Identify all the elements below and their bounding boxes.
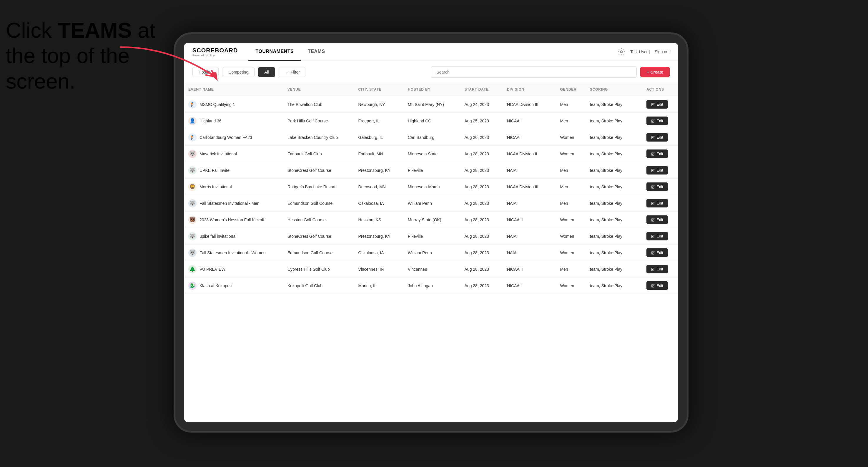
scoring-cell: team, Stroke Play	[586, 146, 643, 162]
scoring-cell: team, Stroke Play	[586, 113, 643, 129]
start-date-cell: Aug 28, 2023	[461, 261, 503, 278]
event-name: Fall Statesmen Invitational - Men	[199, 201, 259, 206]
event-name: MSMC Qualifying 1	[199, 102, 235, 107]
edit-icon	[651, 268, 655, 271]
scoring-cell: team, Stroke Play	[586, 278, 643, 294]
hosted-by-cell: Mt. Saint Mary (NY)	[404, 96, 461, 113]
edit-btn[interactable]: Edit	[646, 117, 668, 125]
team-icon: 🌲	[188, 265, 196, 273]
team-icon: 🐻	[188, 216, 196, 224]
edit-icon	[651, 168, 655, 172]
gender-cell: Women	[556, 245, 586, 261]
division-cell: NICAA II	[503, 261, 556, 278]
start-date-cell: Aug 26, 2023	[461, 129, 503, 146]
svg-marker-0	[209, 72, 218, 81]
city-state-cell: Galesburg, IL	[354, 129, 404, 146]
hosted-by-cell: Murray State (OK)	[404, 212, 461, 228]
edit-btn[interactable]: Edit	[646, 199, 668, 208]
table-row: 🐉 Klash at Kokopelli Kokopelli Golf Club…	[184, 278, 678, 294]
scoring-cell: team, Stroke Play	[586, 162, 643, 179]
actions-cell: Edit	[642, 278, 678, 294]
hosted-by-cell: William Penn	[404, 195, 461, 212]
gender-cell: Women	[556, 146, 586, 162]
event-name-cell: 🐺 upike fall invitational	[184, 228, 283, 245]
team-icon: 🐺	[188, 232, 196, 241]
venue-cell: Cypress Hills Golf Club	[283, 261, 354, 278]
scoring-cell: team, Stroke Play	[586, 212, 643, 228]
hosted-by-cell: Minnesota-Morris	[404, 179, 461, 195]
gender-cell: Women	[556, 129, 586, 146]
edit-icon	[651, 119, 655, 123]
venue-cell: Edmundson Golf Course	[283, 245, 354, 261]
table-row: 🏌 MSMC Qualifying 1 The Powelton Club Ne…	[184, 96, 678, 113]
col-city-state: CITY, STATE	[354, 83, 404, 96]
start-date-cell: Aug 25, 2023	[461, 113, 503, 129]
edit-btn[interactable]: Edit	[646, 281, 668, 290]
tab-teams[interactable]: TEAMS	[301, 43, 332, 61]
edit-btn[interactable]: Edit	[646, 232, 668, 241]
signout-link[interactable]: Sign out	[655, 50, 670, 54]
edit-icon	[651, 201, 655, 205]
edit-btn[interactable]: Edit	[646, 166, 668, 175]
hosted-by-cell: William Penn	[404, 245, 461, 261]
search-input-wrap	[431, 66, 637, 78]
filter-bar: Hosting Competing All Filter + Create	[184, 61, 678, 83]
city-state-cell: Oskaloosa, IA	[354, 195, 404, 212]
city-state-cell: Oskaloosa, IA	[354, 245, 404, 261]
tablet-frame: SCOREBOARD Powered by clippit TOURNAMENT…	[174, 32, 688, 433]
edit-btn[interactable]: Edit	[646, 133, 668, 142]
edit-btn[interactable]: Edit	[646, 150, 668, 158]
division-cell: NAIA	[503, 245, 556, 261]
tablet-screen: SCOREBOARD Powered by clippit TOURNAMENT…	[184, 43, 678, 422]
city-state-cell: Faribault, MN	[354, 146, 404, 162]
hosted-by-cell: John A Logan	[404, 278, 461, 294]
event-name: Maverick Invitational	[199, 152, 237, 156]
gear-icon[interactable]	[617, 48, 625, 56]
instruction-prefix: Click	[6, 19, 58, 42]
start-date-cell: Aug 28, 2023	[461, 162, 503, 179]
table-row: 🌲 VU PREVIEW Cypress Hills Golf Club Vin…	[184, 261, 678, 278]
actions-cell: Edit	[642, 212, 678, 228]
event-name-cell: 🦁 Morris Invitational	[184, 179, 283, 195]
table-row: 🐺 upike fall invitational StoneCrest Gol…	[184, 228, 678, 245]
division-cell: NCAA Division II	[503, 146, 556, 162]
city-state-cell: Marion, IL	[354, 278, 404, 294]
scoring-cell: team, Stroke Play	[586, 195, 643, 212]
venue-cell: Kokopelli Golf Club	[283, 278, 354, 294]
event-name: UPKE Fall Invite	[199, 168, 229, 173]
user-info: Test User |	[630, 50, 650, 54]
venue-cell: Faribault Golf Club	[283, 146, 354, 162]
all-filter-btn[interactable]: All	[258, 67, 275, 77]
hosted-by-cell: Carl Sandburg	[404, 129, 461, 146]
scoring-cell: team, Stroke Play	[586, 261, 643, 278]
edit-btn[interactable]: Edit	[646, 215, 668, 224]
hosted-by-cell: Pikeville	[404, 162, 461, 179]
search-input[interactable]	[431, 66, 637, 78]
event-name-cell: 🐺 Fall Statesmen Invitational - Men	[184, 195, 283, 212]
event-name-cell: 🌲 VU PREVIEW	[184, 261, 283, 278]
start-date-cell: Aug 24, 2023	[461, 96, 503, 113]
scoring-cell: team, Stroke Play	[586, 228, 643, 245]
filter-options-btn[interactable]: Filter	[279, 67, 305, 77]
actions-cell: Edit	[642, 129, 678, 146]
division-cell: NAIA	[503, 228, 556, 245]
event-name-cell: 👤 Highland 36	[184, 113, 283, 129]
edit-btn[interactable]: Edit	[646, 265, 668, 273]
edit-btn[interactable]: Edit	[646, 248, 668, 257]
edit-btn[interactable]: Edit	[646, 100, 668, 108]
edit-btn[interactable]: Edit	[646, 182, 668, 191]
edit-icon	[651, 235, 655, 238]
actions-cell: Edit	[642, 179, 678, 195]
venue-cell: Hesston Golf Course	[283, 212, 354, 228]
create-btn[interactable]: + Create	[640, 67, 670, 77]
team-icon: 🏌	[188, 100, 196, 108]
scoring-cell: team, Stroke Play	[586, 179, 643, 195]
division-cell: NICAA II	[503, 212, 556, 228]
filter-icon	[284, 70, 288, 74]
edit-icon	[651, 103, 655, 106]
city-state-cell: Prestonsburg, KY	[354, 228, 404, 245]
tab-tournaments[interactable]: TOURNAMENTS	[248, 43, 301, 61]
event-name: Klash at Kokopelli	[199, 283, 232, 288]
gender-cell: Women	[556, 212, 586, 228]
team-icon: 🏌	[188, 133, 196, 142]
